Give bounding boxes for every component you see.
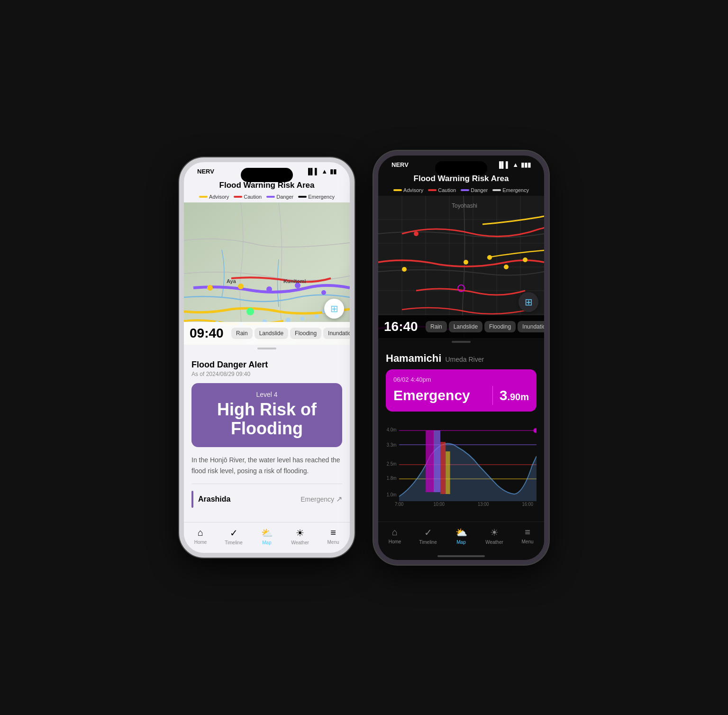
svg-rect-48: [426, 431, 434, 492]
home-label-1: Home: [194, 540, 207, 545]
signal-icon: ▐▌▌: [306, 168, 319, 175]
advisory-label: Advisory: [209, 194, 229, 200]
danger-dot: [266, 196, 275, 198]
svg-text:1.8m: 1.8m: [387, 475, 397, 480]
svg-text:16:00: 16:00: [522, 501, 533, 506]
tab-flooding-2[interactable]: Flooding: [484, 321, 516, 332]
tab-menu-2[interactable]: ≡ Menu: [513, 527, 542, 544]
screen-2: Flood Warning Risk Area Advisory Caution…: [378, 170, 544, 560]
tab-map-1[interactable]: ⛅ Map: [253, 527, 281, 545]
timeline-label-2: Timeline: [419, 540, 437, 545]
tab-rain-2[interactable]: Rain: [426, 321, 447, 332]
legend-caution-2: Caution: [428, 187, 456, 193]
tab-inundation-1[interactable]: Inundation: [323, 328, 350, 339]
emergency-dot-1: [298, 196, 307, 198]
phone-2: NERV ▐▌▌ ▲ ▮▮▮ Flood Warning Risk Area A…: [373, 151, 549, 565]
map-icon-2: ⛅: [455, 527, 467, 538]
legend-danger: Danger: [266, 194, 293, 200]
map-area-1[interactable]: Aya Kunitomi ⊞ 09:40 Rain Landslide Floo…: [184, 202, 350, 345]
emergency-dot-2: [492, 189, 501, 191]
weather-icon-1: ☀: [296, 527, 304, 539]
svg-text:Kunitomi: Kunitomi: [283, 278, 306, 284]
alert-title-1: Flood Danger Alert: [191, 360, 342, 370]
chart-svg: 4.0m 3.3m 2.5m 1.8m 1.0m: [386, 423, 537, 508]
tab-timeline-1[interactable]: ✓ Timeline: [219, 527, 248, 545]
station-accent-1: [191, 491, 193, 508]
wifi-icon-2: ▲: [512, 161, 519, 168]
legend-caution: Caution: [234, 194, 262, 200]
hamamichi-sub: Umeda River: [445, 356, 484, 363]
map-tabs-1: Rain Landslide Flooding Inundation: [231, 328, 350, 339]
tab-timeline-2[interactable]: ✓ Timeline: [414, 527, 442, 545]
station-row-1[interactable]: Arashida Emergency ↗: [191, 484, 342, 514]
emergency-row: Emergency 3.90m: [393, 386, 529, 405]
svg-text:2.5m: 2.5m: [387, 461, 397, 466]
status-bar-2: NERV ▐▌▌ ▲ ▮▮▮: [378, 156, 544, 170]
map-overlay-bar-2: 16:40 Rain Landslide Flooding Inundation: [378, 315, 544, 338]
map-label-1: Map: [262, 540, 271, 545]
legend-emergency-1: Emergency: [298, 194, 335, 200]
svg-text:4.0m: 4.0m: [387, 427, 397, 432]
svg-rect-51: [446, 451, 450, 494]
tab-menu-1[interactable]: ≡ Menu: [319, 527, 347, 545]
level-label-1: Level 4: [201, 391, 333, 398]
tab-flooding-1[interactable]: Flooding: [290, 328, 321, 339]
svg-point-14: [315, 314, 318, 318]
danger-dot-2: [461, 189, 469, 191]
timeline-icon-1: ✓: [230, 527, 238, 539]
status-icons-1: ▐▌▌ ▲ ▮▮: [306, 168, 337, 175]
danger-label: Danger: [276, 194, 293, 200]
legend-emergency-2: Emergency: [492, 187, 529, 193]
tab-home-2[interactable]: ⌂ Home: [381, 527, 409, 544]
tab-map-2[interactable]: ⛅ Map: [447, 527, 475, 545]
svg-point-36: [504, 265, 509, 269]
advisory-dot: [199, 196, 208, 198]
home-label-2: Home: [389, 539, 401, 544]
station-name-1: Arashida: [198, 495, 230, 504]
tab-inundation-2[interactable]: Inundation: [518, 321, 544, 332]
tab-rain-1[interactable]: Rain: [231, 328, 253, 339]
menu-icon-2: ≡: [525, 527, 530, 538]
tab-landslide-1[interactable]: Landslide: [255, 328, 288, 339]
dynamic-island-1: [241, 168, 293, 182]
menu-label-2: Menu: [521, 539, 533, 544]
level-value-1: High Risk of Flooding: [201, 400, 333, 438]
svg-text:Toyohashi: Toyohashi: [452, 202, 477, 209]
menu-icon-1: ≡: [330, 527, 336, 538]
scroll-handle-1: [257, 348, 276, 349]
danger-label-2: Danger: [471, 187, 488, 193]
level-card-1: Level 4 High Risk of Flooding: [191, 383, 342, 447]
station-status-1: Emergency ↗: [300, 495, 342, 504]
svg-text:7:00: 7:00: [395, 501, 403, 506]
home-bar-2: [437, 555, 485, 557]
legend-2: Advisory Caution Danger Emergency: [378, 185, 544, 196]
svg-rect-49: [434, 431, 440, 492]
weather-label-1: Weather: [291, 540, 309, 545]
map-overlay-bar-1: 09:40 Rain Landslide Flooding Inundation: [184, 322, 350, 345]
map-tabs-2: Rain Landslide Flooding Inundation: [426, 321, 544, 332]
tab-landslide-2[interactable]: Landslide: [449, 321, 482, 332]
legend-advisory-2: Advisory: [393, 187, 423, 193]
tab-weather-2[interactable]: ☀ Weather: [480, 527, 509, 545]
layers-button-2[interactable]: ⊞: [519, 292, 538, 312]
hamamichi-name: Hamamichi: [386, 352, 441, 365]
station-arrow-1: ↗: [336, 495, 342, 504]
svg-text:3.3m: 3.3m: [387, 442, 397, 447]
layers-button-1[interactable]: ⊞: [324, 299, 344, 319]
map-area-2[interactable]: Toyohashi ⊞ 16:40 Rain Landslide Floodin…: [378, 196, 544, 338]
emergency-main-label: Emergency: [393, 387, 486, 403]
weather-label-2: Weather: [485, 540, 503, 545]
content-area-1: Flood Danger Alert As of 2024/08/29 09:4…: [184, 352, 350, 522]
tab-home-1[interactable]: ⌂ Home: [186, 527, 215, 545]
emergency-label-legend-2: Emergency: [502, 187, 529, 193]
advisory-label-2: Advisory: [403, 187, 423, 193]
timeline-icon-2: ✓: [424, 527, 432, 538]
signal-icon-2: ▐▌▌: [497, 161, 510, 168]
svg-text:13:00: 13:00: [478, 501, 489, 506]
tab-weather-1[interactable]: ☀ Weather: [286, 527, 314, 545]
alert-body-1: In the Honjō River, the water level has …: [191, 455, 342, 476]
svg-point-15: [300, 317, 304, 321]
tab-bar-2: ⌂ Home ✓ Timeline ⛅ Map ☀ Weather ≡ Menu: [378, 522, 544, 552]
dark-content-2: Hamamichi Umeda River 06/02 4:40pm Emerg…: [378, 346, 544, 522]
wifi-icon: ▲: [321, 168, 328, 175]
